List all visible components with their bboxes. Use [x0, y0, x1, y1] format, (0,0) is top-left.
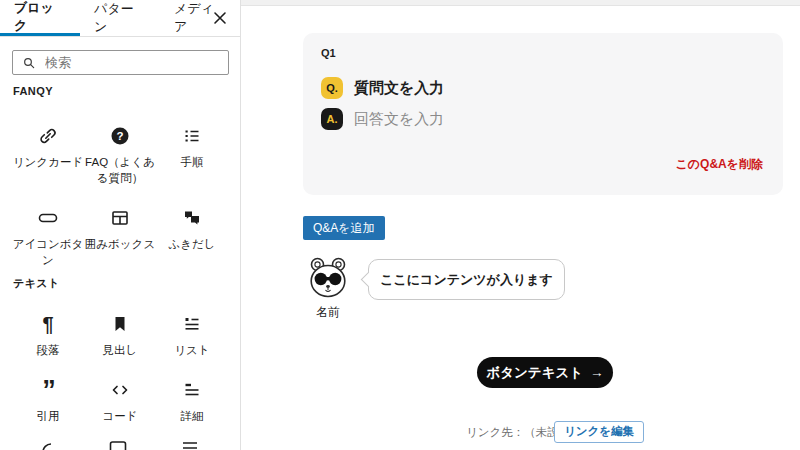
search-input[interactable] [43, 54, 207, 71]
block-label: リスト [152, 342, 232, 358]
delete-qa-link[interactable]: このQ&Aを削除 [675, 156, 763, 173]
ordered-list-icon [180, 124, 204, 148]
tab-blocks[interactable]: ブロック [0, 0, 80, 36]
speech-bubble-tail [361, 272, 377, 288]
svg-text:?: ? [116, 130, 123, 142]
close-inserter-button[interactable] [210, 8, 230, 28]
question-badge: Q. [321, 77, 343, 99]
block-item-details[interactable]: 詳細 [156, 366, 228, 424]
block-label: FAQ（よくある質問） [80, 154, 160, 186]
category-label-text: テキスト [13, 276, 60, 291]
block-label: リンクカード [8, 154, 88, 170]
block-label: アイコンボタン [8, 236, 88, 268]
block-item-paragraph[interactable]: ¶ 段落 [12, 300, 84, 358]
qa-question-row: Q. 質問文を入力 [321, 77, 444, 99]
list-icon [180, 312, 204, 336]
speech-bubble-text[interactable]: ここにコンテンツが入ります [380, 271, 553, 289]
block-label: 囲みボックス [80, 236, 160, 252]
block-item-heading[interactable]: 見出し [84, 300, 156, 358]
block-search-box[interactable] [12, 50, 229, 75]
block-item-faq[interactable]: ? FAQ（よくある質問） [84, 112, 156, 186]
block-label: 引用 [8, 408, 88, 424]
category-label-fanqy: FANQY [13, 85, 53, 97]
button-outline-icon [36, 206, 60, 230]
cta-button-label: ボタンテキスト [486, 364, 583, 382]
close-icon [213, 11, 227, 25]
link-icon [36, 124, 60, 148]
block-label: 詳細 [152, 408, 232, 424]
block-item-code[interactable]: コード [84, 366, 156, 424]
partial-block-icon[interactable] [34, 440, 58, 450]
search-icon [13, 55, 43, 71]
paragraph-icon: ¶ [36, 312, 60, 336]
bear-avatar[interactable] [306, 254, 350, 300]
code-icon [108, 378, 132, 402]
block-label: コード [80, 408, 160, 424]
block-grid-fanqy: リンクカード ? FAQ（よくある質問） 手順 [12, 112, 228, 268]
block-label: 手順 [152, 154, 232, 170]
block-item-icon-button[interactable]: アイコンボタン [12, 194, 84, 268]
block-label: 段落 [8, 342, 88, 358]
block-label: ふきだし [152, 236, 232, 252]
block-item-link-card[interactable]: リンクカード [12, 112, 84, 186]
arrow-right-icon: → [590, 365, 604, 380]
edit-link-button[interactable]: リンクを編集 [554, 421, 644, 443]
qa-index-label: Q1 [321, 47, 336, 59]
block-item-speech-bubble[interactable]: ふきだし [156, 194, 228, 268]
speech-bubble[interactable]: ここにコンテンツが入ります [368, 259, 565, 300]
block-item-quote[interactable]: ” 引用 [12, 366, 84, 424]
partial-block-icon[interactable] [106, 440, 130, 450]
qa-block-panel: Q1 Q. 質問文を入力 A. 回答文を入力 このQ&Aを削除 [303, 33, 783, 195]
speaker-name-input[interactable]: 名前 [306, 304, 350, 321]
block-grid-text: ¶ 段落 見出し リスト [12, 300, 228, 424]
canvas-top-strip [241, 0, 800, 6]
answer-input[interactable]: 回答文を入力 [354, 110, 444, 129]
add-qa-button[interactable]: Q&Aを追加 [303, 216, 385, 240]
tab-patterns[interactable]: パターン [80, 0, 160, 36]
details-icon [180, 378, 204, 402]
inserter-tabbar: ブロック パターン メディア [0, 0, 240, 37]
question-input[interactable]: 質問文を入力 [354, 79, 444, 98]
partial-block-icon[interactable] [178, 440, 202, 450]
block-item-list[interactable]: リスト [156, 300, 228, 358]
heading-bookmark-icon [108, 312, 132, 336]
block-item-box[interactable]: 囲みボックス [84, 194, 156, 268]
quote-icon: ” [36, 378, 60, 402]
box-icon [108, 206, 132, 230]
faq-icon: ? [108, 124, 132, 148]
block-label: 見出し [80, 342, 160, 358]
cta-button[interactable]: ボタンテキスト → [477, 357, 613, 388]
block-item-steps[interactable]: 手順 [156, 112, 228, 186]
qa-answer-row: A. 回答文を入力 [321, 108, 444, 130]
answer-badge: A. [321, 108, 343, 130]
speech-bubbles-icon [180, 206, 204, 230]
editor-canvas: Q1 Q. 質問文を入力 A. 回答文を入力 このQ&Aを削除 Q&Aを追加 名… [241, 0, 800, 450]
block-inserter-sidebar: ブロック パターン メディア FANQY [0, 0, 241, 450]
